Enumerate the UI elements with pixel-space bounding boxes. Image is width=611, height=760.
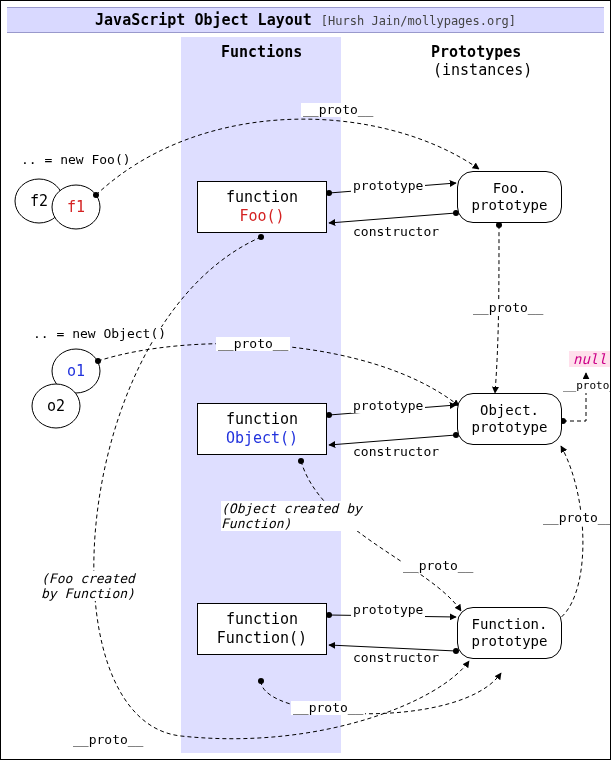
function-prototype-box: Function. prototype: [457, 607, 562, 659]
function-prototype-l2: prototype: [472, 633, 548, 649]
svg-point-10: [93, 192, 99, 198]
function-keyword: function: [226, 410, 298, 428]
function-object-box: function Object(): [197, 403, 327, 455]
edge-prototype-object: prototype: [351, 399, 425, 413]
function-function-name: Function(): [217, 629, 307, 647]
edge-proto-obj-fn: __proto__: [401, 559, 475, 573]
edge-proto-f1: __proto__: [301, 103, 375, 117]
functions-header: Functions: [221, 43, 302, 61]
instance-f1: f1: [64, 198, 88, 216]
prototypes-header: Prototypes: [431, 43, 521, 61]
object-prototype-l1: Object.: [480, 402, 539, 418]
note-object-created: (Object created byFunction): [221, 501, 381, 531]
instance-f2: f2: [27, 192, 51, 210]
foo-prototype-l1: Foo.: [493, 180, 527, 196]
note-foo-created: (Foo createdby Function): [41, 571, 151, 601]
edge-constructor-foo: constructor: [351, 225, 441, 239]
edge-prototype-foo: prototype: [351, 179, 425, 193]
null-terminal: null: [569, 351, 611, 367]
function-prototype-l1: Function.: [472, 616, 548, 632]
edge-proto-foo-fn: __proto__: [71, 733, 145, 747]
foo-prototype-l2: prototype: [472, 197, 548, 213]
edge-proto-o1: __proto__: [216, 337, 290, 351]
function-keyword: function: [226, 610, 298, 628]
instance-o2: o2: [44, 397, 68, 415]
instance-o1: o1: [64, 362, 88, 380]
edge-prototype-function: prototype: [351, 603, 425, 617]
edge-proto-null: __proto__: [561, 379, 611, 393]
title-attribution: [Hursh Jain/mollypages.org]: [321, 14, 516, 28]
object-prototype-box: Object. prototype: [457, 393, 562, 445]
diagram-stage: JavaScript Object Layout [Hursh Jain/mol…: [0, 0, 611, 760]
new-foo-label: .. = new Foo(): [19, 153, 133, 167]
title-bar: JavaScript Object Layout [Hursh Jain/mol…: [7, 7, 604, 33]
title-text: JavaScript Object Layout: [95, 11, 312, 29]
foo-prototype-box: Foo. prototype: [457, 171, 562, 223]
object-prototype-l2: prototype: [472, 419, 548, 435]
function-foo-box: function Foo(): [197, 181, 327, 233]
svg-line-5: [329, 213, 456, 223]
edge-constructor-function: constructor: [351, 651, 441, 665]
function-function-box: function Function(): [197, 603, 327, 655]
edge-proto-foo-obj: __proto__: [471, 301, 545, 315]
svg-point-11: [95, 358, 101, 364]
edge-constructor-object: constructor: [351, 445, 441, 459]
function-keyword: function: [226, 188, 298, 206]
edge-proto-fn-self: __proto__: [291, 701, 365, 715]
function-object-name: Object(): [226, 429, 298, 447]
edge-proto-fn-obj: __proto__: [541, 511, 611, 525]
function-foo-name: Foo(): [239, 207, 284, 225]
new-object-label: .. = new Object(): [31, 327, 168, 341]
prototypes-subheader: (instances): [433, 61, 532, 79]
